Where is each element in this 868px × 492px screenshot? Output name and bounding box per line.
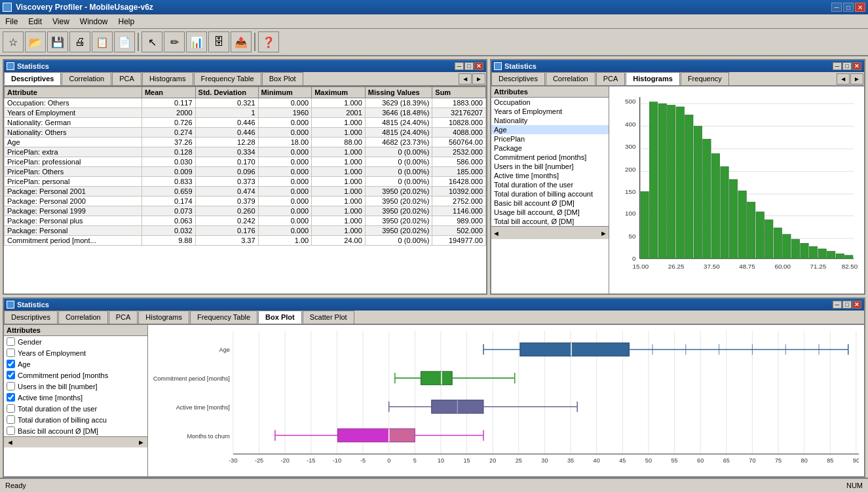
tab-r-descriptives[interactable]: Descriptives (491, 72, 545, 85)
stats-bottom-maximize[interactable]: □ (842, 301, 852, 309)
checkbox-item[interactable]: Total duration of billing accu (4, 414, 147, 425)
checkbox-item[interactable]: Years of Employment (4, 347, 147, 358)
tab-b-pca[interactable]: PCA (109, 311, 138, 324)
tab-histograms[interactable]: Histograms (142, 72, 193, 85)
checkbox-item[interactable]: Basic bill account Ø [DM] (4, 425, 147, 436)
close-button[interactable]: ✕ (855, 3, 865, 12)
menu-edit[interactable]: Edit (23, 16, 47, 28)
stats-left-close[interactable]: ✕ (474, 62, 483, 70)
tab-correlation[interactable]: Correlation (62, 72, 111, 85)
checkbox-item[interactable]: Users in the bill [number] (4, 381, 147, 392)
tab-b-correlation[interactable]: Correlation (58, 311, 108, 324)
tab-b-descriptives[interactable]: Descriptives (4, 311, 58, 324)
stats-right-maximize[interactable]: □ (842, 62, 852, 70)
stats-bottom-close[interactable]: ✕ (852, 301, 861, 309)
toolbar-export[interactable]: 📤 (231, 31, 252, 52)
attribute-checkbox[interactable] (7, 360, 15, 368)
table-cell: PricePlan: Others (5, 167, 142, 177)
list-item[interactable]: Total duration of billing account (491, 189, 609, 199)
checkbox-item[interactable]: Total duration of the user (4, 403, 147, 414)
table-cell: 32176207 (432, 108, 486, 118)
list-item[interactable]: PricePlan (491, 134, 609, 143)
menu-file[interactable]: File (0, 16, 23, 28)
tab-b-scatter[interactable]: Scatter Plot (303, 311, 354, 324)
tab-r-prev[interactable]: ◄ (837, 73, 850, 85)
list-item[interactable]: Package (491, 143, 609, 153)
checkbox-scroll-right[interactable]: ► (138, 438, 145, 446)
maximize-button[interactable]: □ (843, 3, 854, 12)
toolbar-pencil[interactable]: ✏ (164, 31, 185, 52)
svg-text:71.25: 71.25 (810, 263, 827, 270)
checkbox-scroll-left[interactable]: ◄ (7, 438, 14, 446)
tab-prev[interactable]: ◄ (459, 73, 472, 85)
toolbar-help[interactable]: ❓ (258, 31, 279, 52)
menu-bar: File Edit View Window Help (0, 14, 868, 29)
list-item[interactable]: Active time [months] (491, 171, 609, 180)
list-item[interactable]: Basic bill account Ø [DM] (491, 199, 609, 208)
menu-view[interactable]: View (47, 16, 75, 28)
stats-right-close[interactable]: ✕ (852, 62, 861, 70)
stats-table-container[interactable]: Attribute Mean Std. Deviation Minimum Ma… (4, 86, 486, 293)
attribute-checkbox[interactable] (7, 426, 15, 435)
attribute-checkbox[interactable] (7, 415, 15, 424)
list-item[interactable]: Total duration of the user (491, 180, 609, 189)
toolbar-paste[interactable]: 📄 (114, 31, 135, 52)
menu-window[interactable]: Window (75, 16, 113, 28)
tab-r-next[interactable]: ► (850, 73, 863, 85)
toolbar-select[interactable]: ↖ (142, 31, 162, 52)
checkbox-panel: Attributes GenderYears of EmploymentAgeC… (4, 325, 148, 476)
tab-box-plot[interactable]: Box Plot (262, 72, 303, 85)
tab-b-frequency[interactable]: Frequency Table (190, 311, 257, 324)
list-item[interactable]: Commitment period [months] (491, 153, 609, 162)
checkbox-item[interactable]: Gender (4, 336, 147, 347)
stats-left-minimize[interactable]: ─ (455, 62, 464, 70)
tab-r-correlation[interactable]: Correlation (546, 72, 595, 85)
stats-left-maximize[interactable]: □ (464, 62, 474, 70)
attribute-checkbox[interactable] (7, 349, 15, 357)
toolbar-open[interactable]: 📂 (25, 31, 46, 52)
stats-bottom-minimize[interactable]: ─ (833, 301, 842, 309)
tab-r-pca[interactable]: PCA (596, 72, 626, 85)
scroll-left[interactable]: ◄ (493, 229, 500, 237)
toolbar-star[interactable]: ☆ (3, 31, 24, 52)
svg-rect-118 (421, 371, 452, 385)
tab-nav-right: ◄ ► (836, 73, 864, 85)
checkbox-item[interactable]: Commitment period [months (4, 369, 147, 381)
attribute-checkbox[interactable] (7, 382, 15, 390)
attribute-checkbox[interactable] (7, 371, 15, 379)
tab-b-boxplot[interactable]: Box Plot (258, 311, 302, 324)
attribute-checkbox[interactable] (7, 337, 15, 346)
toolbar-chart[interactable]: 📊 (186, 31, 207, 52)
attribute-checkbox[interactable] (7, 393, 15, 402)
table-cell: 3950 (20.02%) (365, 197, 432, 206)
list-item[interactable]: Usage bill account, Ø [DM] (491, 208, 609, 217)
stats-right-minimize[interactable]: ─ (833, 62, 842, 70)
list-item[interactable]: Nationality (491, 116, 609, 125)
table-cell: 0.373 (195, 177, 258, 187)
list-item[interactable]: Years of Employment (491, 107, 609, 116)
scroll-right[interactable]: ► (600, 229, 607, 237)
checkbox-item[interactable]: Active time [months] (4, 392, 147, 403)
tab-r-histograms[interactable]: Histograms (626, 72, 680, 85)
tab-b-histograms[interactable]: Histograms (138, 311, 189, 324)
list-item[interactable]: Occupation (491, 98, 609, 107)
attr-scroll-bar[interactable]: ◄ ► (491, 226, 609, 239)
toolbar-print[interactable]: 🖨 (69, 31, 90, 52)
list-item[interactable]: Total bill account, Ø [DM] (491, 217, 609, 226)
tab-pca[interactable]: PCA (112, 72, 142, 85)
list-item[interactable]: Age (491, 125, 609, 134)
tab-r-frequency[interactable]: Frequency (681, 72, 729, 85)
toolbar-save[interactable]: 💾 (47, 31, 68, 52)
attribute-checkbox[interactable] (7, 404, 15, 413)
toolbar-db[interactable]: 🗄 (208, 31, 229, 52)
list-item[interactable]: Users in the bill [number] (491, 162, 609, 171)
toolbar-copy[interactable]: 📋 (92, 31, 113, 52)
tab-next[interactable]: ► (472, 73, 485, 85)
bottom-content: Attributes GenderYears of EmploymentAgeC… (4, 325, 864, 476)
tab-frequency-table[interactable]: Frequency Table (194, 72, 261, 85)
menu-help[interactable]: Help (113, 16, 140, 28)
checkbox-item[interactable]: Age (4, 358, 147, 369)
minimize-button[interactable]: ─ (831, 3, 842, 12)
tab-descriptives[interactable]: Descriptives (4, 72, 61, 85)
svg-rect-28 (738, 191, 746, 258)
